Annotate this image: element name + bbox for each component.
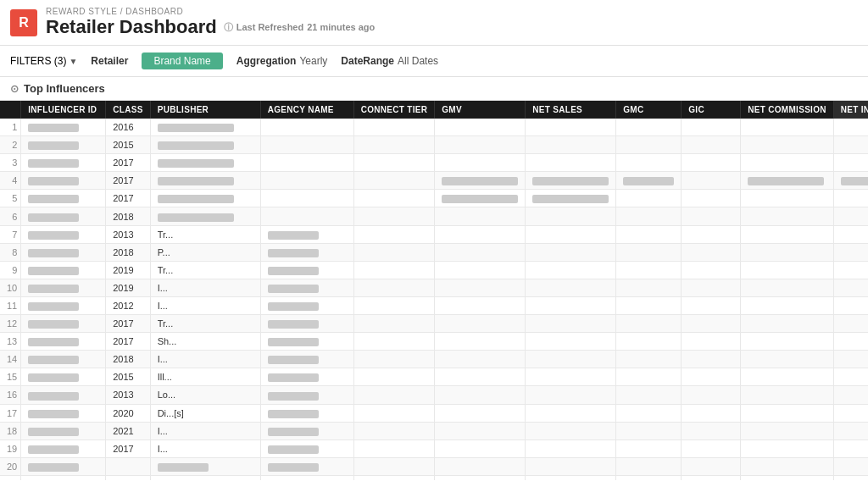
gic-cell: [682, 243, 741, 261]
gic-cell: [682, 296, 741, 314]
class-cell: 2017: [106, 440, 150, 457]
gmc-cell: [616, 207, 682, 225]
class-cell: 2017: [106, 315, 150, 333]
net-sales-cell: [526, 261, 616, 279]
net-influencer-commission-cell: [833, 404, 868, 422]
table-row[interactable]: 13 2017 Sh... 2.33% 100.0% 15: [0, 333, 868, 351]
row-number: 17: [0, 404, 21, 422]
net-influencer-commission-cell: [833, 243, 868, 261]
agency-name-cell: [260, 404, 353, 422]
net-commission-cell: [741, 190, 834, 207]
net-sales-cell: [526, 386, 616, 404]
col-net-influencer-commission: NET INFLUENCER COMMISSION: [833, 101, 868, 119]
table-row[interactable]: 5 2017 51,070: [0, 190, 868, 207]
gic-cell: [682, 475, 741, 480]
table-row[interactable]: 14 2018 I... 2.11% 55.1% 124: [0, 351, 868, 368]
table-row[interactable]: 2 2015 US Gold US: [0, 136, 868, 154]
connect-tier-cell: [353, 296, 435, 314]
influencer-id: [21, 386, 106, 404]
row-number: 16: [0, 386, 21, 404]
table-row[interactable]: 21 1.02% 100.0% 6: [0, 475, 868, 480]
table-row[interactable]: 20 1.10% 100.0% 43: [0, 457, 868, 475]
section-title: Top Influencers: [24, 82, 105, 95]
agency-name-cell: [260, 190, 353, 207]
publisher-cell: Tr...: [150, 261, 260, 279]
net-influencer-commission-cell: [833, 190, 868, 207]
gic-cell: [682, 422, 741, 440]
gic-cell: [682, 315, 741, 333]
connect-tier-cell: [353, 154, 435, 172]
filters-dropdown[interactable]: FILTERS (3) ▼: [10, 55, 77, 67]
class-cell: 2018: [106, 351, 150, 368]
publisher-cell: I...: [150, 296, 260, 314]
net-sales-cell: [526, 207, 616, 225]
class-cell: 2020: [106, 404, 150, 422]
influencer-id: [21, 315, 106, 333]
table-row[interactable]: 19 2017 I... 1.20% 86.2% 16: [0, 440, 868, 457]
publisher-cell: Sh...: [150, 333, 260, 351]
gmc-cell: [616, 333, 682, 351]
brand-name-button[interactable]: Brand Name: [142, 53, 222, 69]
connect-tier-cell: [353, 351, 435, 368]
gmc-cell: [616, 404, 682, 422]
table-row[interactable]: 1 2016 US Diamond US: [0, 119, 868, 136]
row-number: 1: [0, 119, 21, 136]
influencer-id: [21, 440, 106, 457]
agency-name-cell: [260, 422, 353, 440]
connect-tier-cell: [353, 261, 435, 279]
breadcrumb: REWARD STYLE / DASHBOARD: [46, 7, 375, 16]
header-title-area: REWARD STYLE / DASHBOARD Retailer Dashbo…: [46, 7, 375, 38]
publisher-cell: Ill...: [150, 368, 260, 386]
net-commission-cell: [741, 333, 834, 351]
net-commission-cell: [741, 368, 834, 386]
table-row[interactable]: 4 2017 358,167: [0, 172, 868, 190]
agency-name-cell: [260, 243, 353, 261]
agency-name-cell: [260, 386, 353, 404]
gmv-cell: [435, 333, 526, 351]
aggregation-value[interactable]: Yearly: [299, 55, 327, 67]
gmc-cell: [616, 243, 682, 261]
net-influencer-commission-cell: [833, 172, 868, 190]
net-sales-cell: [526, 351, 616, 368]
table-row[interactable]: 8 2018 P... 10.64% 0.1% 35: [0, 243, 868, 261]
connect-tier-cell: [353, 457, 435, 475]
col-gmc: GMC: [616, 101, 682, 119]
publisher-cell: Lo...: [150, 386, 260, 404]
influencer-id: [21, 243, 106, 261]
data-table-container[interactable]: INFLUENCER ID CLASS PUBLISHER AGENCY NAM…: [0, 101, 868, 480]
agency-name-cell: [260, 279, 353, 296]
daterange-filter: DateRange All Dates: [341, 55, 438, 67]
table-row[interactable]: 17 2020 Di...[s] 1.55% 100.0% 21: [0, 404, 868, 422]
table-row[interactable]: 6 2018: [0, 207, 868, 225]
gmc-cell: [616, 368, 682, 386]
gic-cell: [682, 386, 741, 404]
net-influencer-commission-cell: [833, 315, 868, 333]
net-sales-cell: [526, 172, 616, 190]
table-row[interactable]: 9 2019 Tr... 2.84% 0.2% 14: [0, 261, 868, 279]
filters-caret-icon: ▼: [69, 57, 77, 66]
influencer-id: [21, 119, 106, 136]
table-header-row-primary: INFLUENCER ID CLASS PUBLISHER AGENCY NAM…: [0, 101, 868, 119]
connect-tier-cell: [353, 172, 435, 190]
table-row[interactable]: 3 2017: [0, 154, 868, 172]
net-influencer-commission-cell: [833, 440, 868, 457]
col-publisher: PUBLISHER: [150, 101, 260, 119]
table-row[interactable]: 7 2013 Tr... 29.32% 89.6% 37: [0, 225, 868, 243]
gmc-cell: [616, 154, 682, 172]
publisher-cell: [150, 190, 260, 207]
table-row[interactable]: 11 2012 I... 2.77% 94.9% 19: [0, 296, 868, 314]
publisher-cell: I...: [150, 422, 260, 440]
table-row[interactable]: 10 2019 I... 2.77% 19: [0, 279, 868, 296]
table-row[interactable]: 15 2015 Ill... 1.86% 16.7% 173: [0, 368, 868, 386]
table-row[interactable]: 16 2013 Lo... 1.79% 100.0% 36: [0, 386, 868, 404]
influencer-table: INFLUENCER ID CLASS PUBLISHER AGENCY NAM…: [0, 101, 868, 480]
daterange-value[interactable]: All Dates: [398, 55, 438, 67]
table-row[interactable]: 12 2017 Tr... 2.41% 100.0% 45: [0, 315, 868, 333]
gic-cell: [682, 279, 741, 296]
connect-tier-cell: [353, 207, 435, 225]
influencer-id: [21, 172, 106, 190]
gic-cell: [682, 119, 741, 136]
connect-tier-cell: [353, 279, 435, 296]
table-row[interactable]: 18 2021 I... 1.48% 100.0% 97: [0, 422, 868, 440]
gic-cell: [682, 368, 741, 386]
